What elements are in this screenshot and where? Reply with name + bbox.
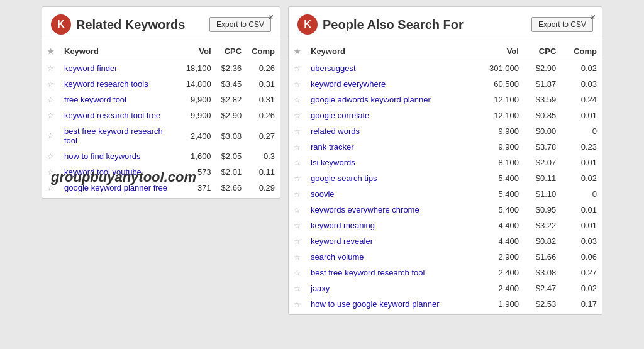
keyword-cell[interactable]: keyword meaning	[306, 218, 475, 233]
cpc-cell: $3.45	[216, 76, 247, 92]
vol-cell: 9,900	[475, 139, 524, 155]
keyword-cell[interactable]: how to use google keyword planner	[306, 296, 475, 312]
star-cell[interactable]: ☆	[42, 76, 59, 92]
keyword-cell[interactable]: jaaxy	[306, 280, 475, 296]
k-logo-icon: K	[51, 14, 71, 35]
cpc-cell: $2.90	[216, 108, 247, 123]
keyword-cell[interactable]: keyword research tool free	[59, 108, 181, 123]
star-cell[interactable]: ☆	[289, 218, 306, 233]
star-cell[interactable]: ☆	[289, 155, 306, 170]
star-cell[interactable]: ☆	[289, 92, 306, 108]
cpc-cell: $2.01	[216, 164, 247, 180]
star-cell[interactable]: ☆	[289, 202, 306, 218]
cpc-cell: $0.95	[524, 202, 561, 218]
close-button-right[interactable]: ×	[590, 12, 596, 23]
keyword-cell[interactable]: best free keyword research tool	[306, 265, 475, 280]
star-cell[interactable]: ☆	[289, 123, 306, 139]
vol-cell: 9,900	[475, 123, 524, 139]
star-header-right: ★	[289, 43, 306, 60]
vol-cell: 14,800	[181, 76, 216, 92]
keyword-cell[interactable]: keywords everywhere chrome	[306, 202, 475, 218]
table-row: ☆ best free keyword research tool 2,400 …	[289, 265, 602, 280]
vol-cell: 4,400	[475, 218, 524, 233]
comp-header-right: Comp	[561, 43, 602, 60]
star-cell[interactable]: ☆	[42, 108, 59, 123]
vol-cell: 9,900	[181, 108, 216, 123]
keyword-cell[interactable]: google correlate	[306, 108, 475, 123]
keyword-cell[interactable]: free keyword tool	[59, 92, 181, 108]
star-cell[interactable]: ☆	[289, 265, 306, 280]
comp-cell: 0.3	[247, 148, 280, 164]
keyword-cell[interactable]: keyword finder	[59, 60, 181, 77]
star-cell[interactable]: ☆	[42, 92, 59, 108]
cpc-cell: $2.66	[216, 180, 247, 196]
keyword-cell[interactable]: related words	[306, 123, 475, 139]
table-row: ☆ keywords everywhere chrome 5,400 $0.95…	[289, 202, 602, 218]
cpc-cell: $3.08	[524, 265, 561, 280]
cpc-cell: $2.36	[216, 60, 247, 77]
vol-cell: 18,100	[181, 60, 216, 77]
keyword-cell[interactable]: google adwords keyword planner	[306, 92, 475, 108]
vol-cell: 12,100	[475, 92, 524, 108]
keyword-cell[interactable]: ubersuggest	[306, 60, 475, 77]
keyword-cell[interactable]: search volume	[306, 249, 475, 265]
star-cell[interactable]: ☆	[289, 249, 306, 265]
comp-cell: 0.03	[561, 76, 602, 92]
comp-cell: 0.02	[561, 280, 602, 296]
keyword-cell[interactable]: soovle	[306, 186, 475, 202]
vol-cell: 2,400	[475, 280, 524, 296]
keyword-cell[interactable]: lsi keywords	[306, 155, 475, 170]
star-cell[interactable]: ☆	[289, 280, 306, 296]
star-header: ★	[42, 43, 59, 60]
table-row: ☆ related words 9,900 $0.00 0	[289, 123, 602, 139]
table-row: ☆ how to find keywords 1,600 $2.05 0.3	[42, 148, 280, 164]
star-cell[interactable]: ☆	[42, 148, 59, 164]
vol-cell: 5,400	[475, 202, 524, 218]
vol-cell: 1,600	[181, 148, 216, 164]
table-row: ☆ google correlate 12,100 $0.85 0.01	[289, 108, 602, 123]
close-button[interactable]: ×	[268, 12, 274, 23]
related-keywords-panel: × K Related Keywords Export to CSV ★ Key…	[42, 6, 280, 199]
vol-cell: 301,000	[475, 60, 524, 77]
comp-cell: 0.26	[247, 108, 280, 123]
keyword-cell[interactable]: rank tracker	[306, 139, 475, 155]
table-row: ☆ how to use google keyword planner 1,90…	[289, 296, 602, 312]
cpc-cell: $2.07	[524, 155, 561, 170]
table-row: ☆ soovle 5,400 $1.10 0	[289, 186, 602, 202]
star-cell[interactable]: ☆	[289, 76, 306, 92]
export-csv-button-right[interactable]: Export to CSV	[531, 17, 593, 32]
vol-cell: 2,400	[475, 265, 524, 280]
comp-cell: 0.23	[561, 139, 602, 155]
star-cell[interactable]: ☆	[289, 139, 306, 155]
export-csv-button[interactable]: Export to CSV	[209, 17, 271, 32]
cpc-header-right: CPC	[524, 43, 561, 60]
keyword-cell[interactable]: keyword research tools	[59, 76, 181, 92]
comp-cell: 0.06	[561, 249, 602, 265]
keyword-cell[interactable]: keyword revealer	[306, 233, 475, 249]
star-cell[interactable]: ☆	[42, 123, 59, 148]
comp-cell: 0.02	[561, 170, 602, 186]
cpc-cell: $0.85	[524, 108, 561, 123]
star-cell[interactable]: ☆	[289, 296, 306, 312]
keyword-cell[interactable]: keyword everywhere	[306, 76, 475, 92]
comp-cell: 0.01	[561, 155, 602, 170]
keyword-cell[interactable]: google search tips	[306, 170, 475, 186]
star-cell[interactable]: ☆	[289, 60, 306, 77]
keyword-cell[interactable]: how to find keywords	[59, 148, 181, 164]
star-cell[interactable]: ☆	[289, 170, 306, 186]
table-row: ☆ free keyword tool 9,900 $2.82 0.31	[42, 92, 280, 108]
pasf-table: ★ Keyword Vol CPC Comp ☆ ubersuggest 301…	[289, 43, 602, 312]
star-cell[interactable]: ☆	[289, 108, 306, 123]
cpc-cell: $1.10	[524, 186, 561, 202]
vol-cell: 5,400	[475, 170, 524, 186]
comp-header: Comp	[247, 43, 280, 60]
cpc-cell: $0.82	[524, 233, 561, 249]
footer-text: groupbuyanytool.com	[51, 169, 196, 186]
panel-title-right: People Also Search For	[323, 18, 464, 32]
keyword-cell[interactable]: best free keyword research tool	[59, 123, 181, 148]
star-cell[interactable]: ☆	[289, 186, 306, 202]
star-cell[interactable]: ☆	[289, 233, 306, 249]
comp-cell: 0.01	[561, 218, 602, 233]
vol-cell: 4,400	[475, 233, 524, 249]
star-cell[interactable]: ☆	[42, 60, 59, 77]
